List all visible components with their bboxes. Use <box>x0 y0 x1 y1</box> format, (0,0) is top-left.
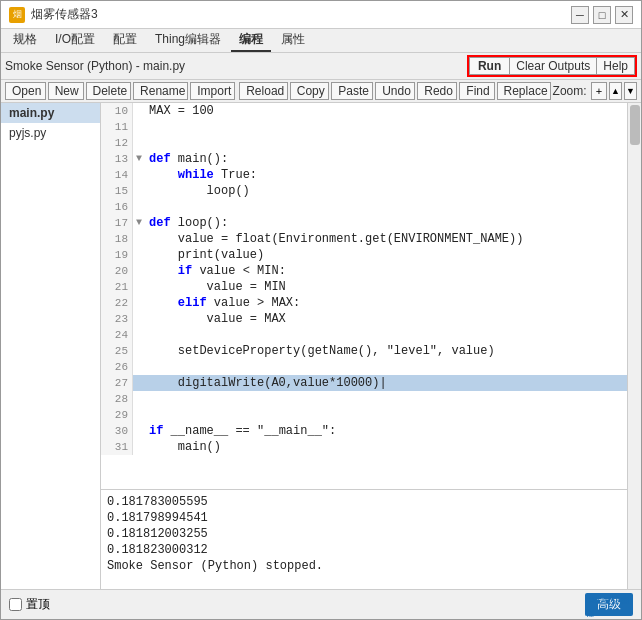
code-line: 26 <box>101 359 627 375</box>
run-button[interactable]: Run <box>469 57 510 75</box>
title-bar: 烟 烟雾传感器3 ─ □ ✕ <box>1 1 641 29</box>
file-panel: main.py pyjs.py <box>1 103 101 589</box>
menu-item-shuxing[interactable]: 属性 <box>273 29 313 52</box>
code-line: 22 elif value > MAX: <box>101 295 627 311</box>
code-line: 10MAX = 100 <box>101 103 627 119</box>
file-toolbar: Smoke Sensor (Python) - main.py Run Clea… <box>1 53 641 80</box>
bottom-right: 高级 CSDN@编程 <box>585 593 633 616</box>
code-line: 13▼def main(): <box>101 151 627 167</box>
bottom-bar: 置顶 高级 CSDN@编程 <box>1 589 641 619</box>
code-line: 30if __name__ == "__main__": <box>101 423 627 439</box>
zoom-label: Zoom: <box>553 84 587 98</box>
file-label: Smoke Sensor (Python) - main.py <box>5 59 185 73</box>
file-item-main[interactable]: main.py <box>1 103 100 123</box>
output-line: 0.181783005595 <box>107 494 621 510</box>
scrollbar-thumb[interactable] <box>630 105 640 145</box>
open-button[interactable]: Open <box>5 82 46 100</box>
menu-item-peizhi[interactable]: 配置 <box>105 29 145 52</box>
output-line: 0.181823000312 <box>107 542 621 558</box>
main-area: main.py pyjs.py 10MAX = 100 11 12 13▼def… <box>1 103 641 589</box>
code-line: 31 main() <box>101 439 627 455</box>
redo-button[interactable]: Redo <box>417 82 457 100</box>
code-line: 21 value = MIN <box>101 279 627 295</box>
output-line-stopped: Smoke Sensor (Python) stopped. <box>107 558 621 574</box>
code-line: 11 <box>101 119 627 135</box>
code-line: 19 print(value) <box>101 247 627 263</box>
help-button[interactable]: Help <box>597 57 635 75</box>
run-clear-wrapper: Run Clear Outputs Help <box>467 55 637 77</box>
code-line: 15 loop() <box>101 183 627 199</box>
code-line: 12 <box>101 135 627 151</box>
pin-checkbox[interactable] <box>9 598 22 611</box>
code-line: 20 if value < MIN: <box>101 263 627 279</box>
new-button[interactable]: New <box>48 82 84 100</box>
file-action-toolbar: Open New Delete Rename Import Reload Cop… <box>1 80 641 103</box>
pin-checkbox-area: 置顶 <box>9 596 50 613</box>
menu-item-io[interactable]: I/O配置 <box>47 29 103 52</box>
code-line: 28 <box>101 391 627 407</box>
app-icon: 烟 <box>9 7 25 23</box>
code-line: 14 while True: <box>101 167 627 183</box>
file-item-pyjs[interactable]: pyjs.py <box>1 123 100 143</box>
menu-bar: 规格 I/O配置 配置 Thing编辑器 编程 属性 <box>1 29 641 53</box>
paste-button[interactable]: Paste <box>331 82 373 100</box>
rename-button[interactable]: Rename <box>133 82 188 100</box>
main-window: 烟 烟雾传感器3 ─ □ ✕ 规格 I/O配置 配置 Thing编辑器 编程 属… <box>0 0 642 620</box>
code-line: 16 <box>101 199 627 215</box>
code-line: 24 <box>101 327 627 343</box>
code-line: 23 value = MAX <box>101 311 627 327</box>
scroll-up-button[interactable]: ▲ <box>609 82 622 100</box>
import-button[interactable]: Import <box>190 82 235 100</box>
minimize-button[interactable]: ─ <box>571 6 589 24</box>
maximize-button[interactable]: □ <box>593 6 611 24</box>
reload-button[interactable]: Reload <box>239 82 288 100</box>
watermark: CSDN@编程 <box>585 594 633 620</box>
pin-label: 置顶 <box>26 596 50 613</box>
close-button[interactable]: ✕ <box>615 6 633 24</box>
window-title: 烟雾传感器3 <box>31 6 571 23</box>
output-area: 0.181783005595 0.181798994541 0.18181200… <box>101 489 627 589</box>
zoom-plus-button[interactable]: + <box>591 82 608 100</box>
menu-item-biancheng[interactable]: 编程 <box>231 29 271 52</box>
scroll-down-button[interactable]: ▼ <box>624 82 637 100</box>
title-controls: ─ □ ✕ <box>571 6 633 24</box>
code-line: 18 value = float(Environment.get(ENVIRON… <box>101 231 627 247</box>
code-line: 29 <box>101 407 627 423</box>
editor-area: 10MAX = 100 11 12 13▼def main(): 14 whil… <box>101 103 627 589</box>
copy-button[interactable]: Copy <box>290 82 329 100</box>
code-line: 17▼def loop(): <box>101 215 627 231</box>
code-line: 25 setDeviceProperty(getName(), "level",… <box>101 343 627 359</box>
undo-button[interactable]: Undo <box>375 82 415 100</box>
output-line: 0.181812003255 <box>107 526 621 542</box>
menu-item-guige[interactable]: 规格 <box>5 29 45 52</box>
output-line: 0.181798994541 <box>107 510 621 526</box>
menu-item-thing[interactable]: Thing编辑器 <box>147 29 229 52</box>
replace-button[interactable]: Replace <box>497 82 551 100</box>
code-line-active: 27 digitalWrite(A0,value*10000)| <box>101 375 627 391</box>
find-button[interactable]: Find <box>459 82 494 100</box>
clear-outputs-button[interactable]: Clear Outputs <box>510 57 597 75</box>
file-list: main.py pyjs.py <box>1 103 100 589</box>
delete-button[interactable]: Delete <box>86 82 132 100</box>
code-view[interactable]: 10MAX = 100 11 12 13▼def main(): 14 whil… <box>101 103 627 489</box>
editor-scrollbar[interactable] <box>627 103 641 589</box>
